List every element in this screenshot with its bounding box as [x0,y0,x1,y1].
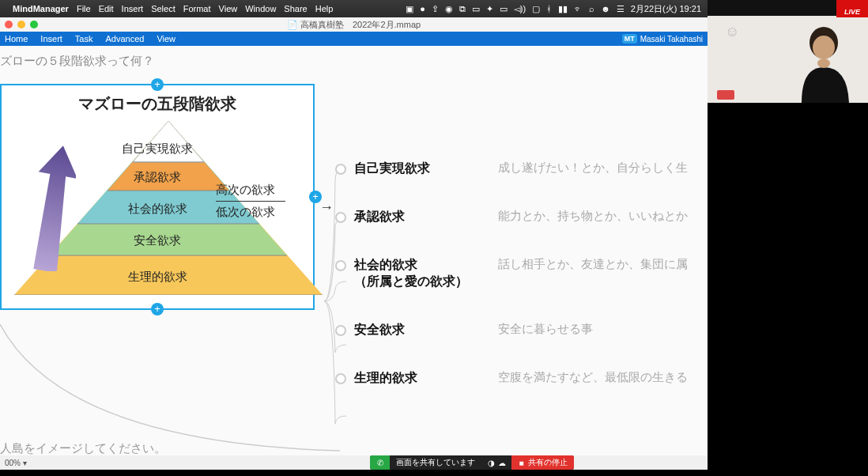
mac-menu-bar: MindManager File Edit Insert Select Form… [0,0,708,17]
display-icon[interactable]: ⧉ [459,4,466,14]
svg-point-13 [817,59,830,68]
menu-edit[interactable]: Edit [99,4,114,13]
marker-icon [717,90,734,100]
avatar-badge: MT [622,34,637,43]
monitor-icon[interactable]: ▭ [500,4,508,14]
clock[interactable]: 2月22日(火) 19:21 [631,3,701,15]
misc-icon[interactable]: ✦ [486,4,493,14]
pyr-level-5: 生理的欲求 [14,270,300,285]
floating-topic[interactable]: 人島をイメージしてください。 [0,441,166,455]
zoom-level[interactable]: 00% ▾ [5,459,27,467]
menu-window[interactable]: Window [245,4,276,13]
wifi-icon[interactable]: ᯤ [574,4,583,13]
menu-select[interactable]: Select [151,4,175,13]
screen-icon[interactable]: ▭ [472,4,480,14]
add-handle-bottom[interactable]: + [150,302,164,316]
battery-icon[interactable]: ▮▮ [558,4,568,14]
child-desc: 空腹を満たすなど、最低限の生きる [498,370,688,385]
low-label: 低次の欲求 [216,205,311,220]
child-title: 安全欲求 [332,322,498,338]
topic-title: マズローの五段階欲求 [14,93,300,115]
child-topic[interactable]: 自己実現欲求 成し遂げたい！とか、自分らしく生 [332,161,708,177]
zoom-share-toolbar[interactable]: ✆ 画面を共有しています ◑☁ ■共有の停止 [370,455,574,470]
document-title: 📄 高橋真樹塾 2022年2月.mmap [0,19,708,31]
app-name[interactable]: MindManager [13,4,69,13]
high-label: 高次の欲求 [216,183,311,198]
child-desc: 安全に暮らせる事 [498,322,593,337]
menu-share[interactable]: Share [284,4,307,13]
stop-share-button[interactable]: ■共有の停止 [511,455,574,470]
video-icon[interactable]: ▣ [406,4,413,14]
map-canvas[interactable]: ズローの５段階欲求って何？ + + + マズローの五段階欲求 [0,46,708,455]
parent-topic-title[interactable]: ズローの５段階欲求って何？ [0,54,154,69]
arrow-up-icon [28,145,76,271]
add-handle-top[interactable]: + [150,77,164,92]
child-title: 自己実現欲求 [332,161,498,177]
document-icon: 📄 [287,20,298,29]
share-audio-icon[interactable]: ◑☁ [481,455,511,470]
child-desc: 成し遂げたい！とか、自分らしく生 [498,161,688,176]
ribbon: Home Insert Task Advanced View MT Masaki… [0,32,708,46]
connector-line [0,324,340,455]
menu-view[interactable]: View [219,4,238,13]
child-title: 生理的欲求 [332,370,498,387]
user-icon[interactable]: ☻ [601,4,610,13]
share-status-label: 画面を共有しています [390,455,481,470]
presenter [786,24,859,103]
dropbox-icon[interactable]: ⇪ [432,4,439,14]
control-icon[interactable]: ☰ [617,4,625,14]
tab-home[interactable]: Home [5,34,28,43]
search-icon[interactable]: ⌕ [589,4,594,13]
child-topic[interactable]: 承認欲求 能力とか、持ち物とか、いいねとか [332,209,708,225]
child-topic[interactable]: 社会的欲求 （所属と愛の欲求） 話し相手とか、友達とか、集団に属 [332,257,708,290]
child-desc: 話し相手とか、友達とか、集団に属 [498,257,688,272]
tab-view[interactable]: View [157,34,175,43]
window-titlebar: 📄 高橋真樹塾 2022年2月.mmap [0,17,708,32]
child-title: 承認欲求 [332,209,498,225]
chat-icon[interactable]: ● [420,4,425,13]
children-list: 自己実現欲求 成し遂げたい！とか、自分らしく生 承認欲求 能力とか、持ち物とか、… [332,161,708,387]
menu-file[interactable]: File [77,4,91,13]
child-topic[interactable]: 安全欲求 安全に暮らせる事 [332,322,708,338]
status-bar: 00% ▾ [0,455,708,470]
pyramid-image: 自己実現欲求 承認欲求 社会的欲求 安全欲求 生理的欲求 高次の欲求 [14,121,300,295]
menu-help[interactable]: Help [315,4,334,13]
tab-advanced[interactable]: Advanced [105,34,144,43]
tv-icon[interactable]: ▢ [532,4,540,14]
bluetooth-icon[interactable]: ᚼ [546,4,552,13]
share-mic-icon[interactable]: ✆ [370,455,390,470]
svg-marker-10 [28,145,76,271]
child-topic[interactable]: 生理的欲求 空腹を満たすなど、最低限の生きる [332,370,708,387]
account-label[interactable]: MT Masaki Takahashi [622,34,703,43]
sound-icon[interactable]: ◅)) [514,4,526,14]
live-badge: LIVE [836,0,868,17]
child-desc: 能力とか、持ち物とか、いいねとか [498,209,688,224]
tab-task[interactable]: Task [75,34,93,43]
status-icons[interactable]: ▣ ● ⇪ ◉ ⧉ ▭ ✦ ▭ ◅)) ▢ ᚼ ▮▮ ᯤ ⌕ ☻ ☰ [406,4,625,14]
svg-point-12 [813,36,835,59]
menu-format[interactable]: Format [183,4,211,13]
child-title: 社会的欲求 （所属と愛の欲求） [332,257,498,290]
black-area [708,103,868,476]
side-note: 高次の欲求 低次の欲求 [216,183,311,220]
record-icon[interactable]: ◉ [445,4,453,14]
tab-insert[interactable]: Insert [40,34,62,43]
selected-topic[interactable]: + + + マズローの五段階欲求 [0,84,315,310]
menu-insert[interactable]: Insert [122,4,144,13]
whiteboard-doodle: ☺︎ [725,24,739,40]
